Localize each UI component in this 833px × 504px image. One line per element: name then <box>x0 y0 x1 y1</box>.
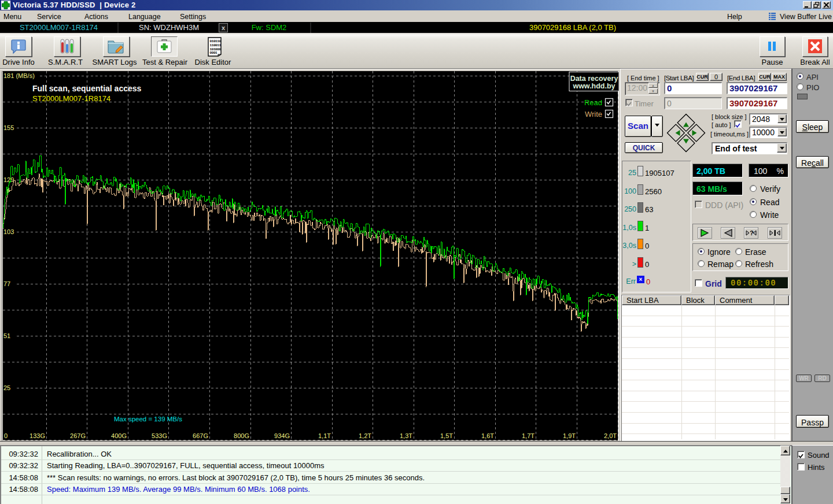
svg-text:25: 25 <box>3 384 10 391</box>
svg-text:Full scan, sequential access: Full scan, sequential access <box>32 84 142 93</box>
svg-text:www.hdd.by: www.hdd.by <box>572 82 615 90</box>
svg-text:1,3T: 1,3T <box>400 432 412 439</box>
svg-text:667G: 667G <box>193 432 208 439</box>
svg-text:103: 103 <box>3 228 14 235</box>
svg-text:129: 129 <box>3 176 14 183</box>
svg-text:155: 155 <box>3 124 14 131</box>
svg-text:934G: 934G <box>274 432 290 439</box>
svg-text:1,1T: 1,1T <box>318 432 331 439</box>
svg-text:Read: Read <box>584 98 602 107</box>
svg-text:Max speed = 139 MB/s: Max speed = 139 MB/s <box>114 416 182 423</box>
svg-text:2,0T: 2,0T <box>604 432 617 439</box>
svg-text:?: ? <box>750 229 754 236</box>
svg-text:400G: 400G <box>111 432 127 439</box>
svg-text:Write: Write <box>585 110 602 118</box>
svg-text:1,6T: 1,6T <box>481 432 494 439</box>
svg-text:1,2T: 1,2T <box>359 432 371 439</box>
svg-text:800G: 800G <box>234 432 249 439</box>
svg-text:181 (MB/s): 181 (MB/s) <box>3 72 35 79</box>
svg-text:0: 0 <box>4 432 8 439</box>
svg-text:1,9T: 1,9T <box>563 432 576 439</box>
svg-text:Data recovery: Data recovery <box>570 75 618 83</box>
svg-text:77: 77 <box>3 280 10 287</box>
svg-text:267G: 267G <box>70 432 86 439</box>
svg-text:133G: 133G <box>30 432 45 439</box>
svg-text:51: 51 <box>3 332 10 339</box>
svg-text:ST2000LM007-1R8174: ST2000LM007-1R8174 <box>32 94 110 103</box>
svg-text:533G: 533G <box>152 432 167 439</box>
svg-text:1,5T: 1,5T <box>440 432 453 439</box>
svg-text:1,7T: 1,7T <box>522 432 535 439</box>
